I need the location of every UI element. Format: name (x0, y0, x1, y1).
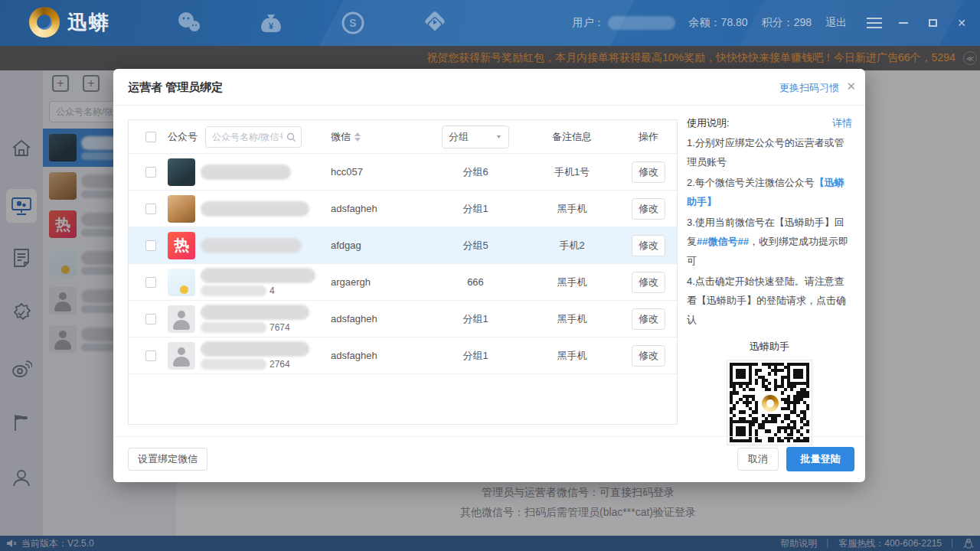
instruction-step: 4.点击确定开始快速登陆。请注意查看【迅蟒助手】的登陆请求，点击确认 (687, 272, 852, 329)
account-id-suffix: 4 (270, 285, 275, 296)
change-scan-habit-link[interactable]: 更换扫码习惯 (779, 81, 839, 95)
modify-button[interactable]: 修改 (632, 345, 665, 367)
table-row: 2764adsfagheh分组1黑手机修改 (129, 337, 677, 374)
account-name-redacted (201, 341, 309, 357)
wechat-id: hcc057 (331, 166, 429, 178)
close-window-button[interactable]: ✕ (954, 15, 969, 31)
group-filter-value: 分组 (449, 130, 469, 144)
row-checkbox[interactable] (145, 240, 156, 251)
title-bar: 迅蟒 ¥ S 用户： 余额：78.80 积分：298 退出 (0, 0, 980, 46)
batch-login-button[interactable]: 批量登陆 (786, 447, 854, 471)
menu-icon[interactable] (867, 18, 882, 28)
app-logo: 迅蟒 (29, 7, 110, 37)
group-name: 分组5 (429, 239, 522, 253)
instruction-step: 2.每个微信号关注微信公众号【迅蟒助手】 (687, 173, 852, 211)
wechat-id: adsfagheh (331, 203, 429, 214)
table-row: 7674adsfagheh分组1黑手机修改 (129, 301, 677, 337)
group-filter-select[interactable]: 分组 ▼ (442, 126, 509, 148)
account-name-redacted (201, 268, 315, 283)
instruction-step: 3.使用当前微信号在【迅蟒助手】回复##微信号##，收到绑定成功提示即可 (687, 213, 852, 270)
svg-text:S: S (349, 17, 356, 29)
set-bind-wechat-button[interactable]: 设置绑定微信 (128, 448, 207, 471)
select-all-checkbox[interactable] (145, 132, 156, 142)
note-text: 手机1号 (522, 165, 622, 179)
detail-link[interactable]: 详情 (832, 116, 852, 130)
account-name-redacted (201, 238, 302, 253)
wechat-id: adsfagheh (331, 350, 429, 361)
modal-footer: 设置绑定微信 取消 批量登陆 (113, 436, 865, 482)
logo-swirl-icon (29, 7, 60, 37)
row-checkbox[interactable] (145, 167, 156, 178)
note-text: 黑手机 (522, 312, 622, 326)
row-checkbox[interactable] (145, 204, 156, 214)
group-name: 分组1 (429, 349, 522, 363)
order-nav-icon[interactable]: S (340, 10, 366, 36)
note-text: 手机2 (522, 239, 622, 253)
modify-button[interactable]: 修改 (632, 161, 665, 183)
modify-button[interactable]: 修改 (632, 272, 665, 293)
balance-text: 余额：78.80 (689, 16, 748, 30)
modify-button[interactable]: 修改 (632, 198, 665, 220)
group-name: 分组6 (429, 165, 522, 179)
account-avatar (168, 342, 195, 370)
qr-caption: 迅蟒助手 (687, 340, 852, 354)
account-name-redacted (201, 201, 309, 217)
table-row: 4argaergh666黑手机修改 (129, 264, 677, 301)
user-name-redacted (608, 16, 675, 30)
search-icon (286, 132, 296, 142)
money-bag-nav-icon[interactable]: ¥ (258, 10, 284, 36)
column-account: 公众号 (168, 130, 198, 144)
group-name: 分组1 (429, 202, 522, 216)
account-avatar (168, 269, 195, 296)
table-row: adsfagheh分组1黑手机修改 (129, 191, 677, 227)
app-window: 迅蟒 ¥ S 用户： 余额：78.80 积分：298 退出 (0, 0, 980, 551)
note-text: 黑手机 (522, 202, 622, 216)
usage-instructions: 使用说明: 详情 1.分别对应绑定公众号的运营者或管理员账号2.每个微信号关注微… (687, 116, 852, 445)
accounts-table: 公众号 微信 分组 ▼ (128, 119, 678, 425)
table-header-row: 公众号 微信 分组 ▼ (129, 120, 677, 154)
instruction-step: 1.分别对应绑定公众号的运营者或管理员账号 (687, 133, 852, 171)
wechat-id: afdgag (331, 240, 429, 251)
account-avatar: 热 (168, 232, 195, 259)
cancel-button[interactable]: 取消 (737, 448, 779, 471)
user-label: 用户： (573, 16, 605, 30)
points-text: 积分：298 (762, 16, 812, 30)
row-checkbox[interactable] (145, 314, 156, 324)
row-checkbox[interactable] (145, 350, 156, 361)
account-name-redacted (201, 305, 309, 320)
account-avatar (168, 195, 195, 223)
account-name-redacted (201, 165, 291, 180)
column-action: 操作 (639, 130, 658, 144)
group-name: 666 (429, 276, 522, 288)
wechat-id: adsfagheh (331, 313, 429, 324)
account-id-suffix: 2764 (270, 359, 290, 370)
chevron-down-icon: ▼ (495, 134, 502, 140)
modify-button[interactable]: 修改 (632, 235, 665, 256)
wechat-id: argaergh (331, 276, 429, 288)
modify-button[interactable]: 修改 (632, 308, 665, 330)
table-row: 热afdgag分组5手机2修改 (129, 227, 677, 264)
card-nav-icon[interactable] (422, 10, 448, 36)
maximize-button[interactable] (925, 15, 940, 31)
row-checkbox[interactable] (145, 277, 156, 288)
assistant-qr-code (727, 360, 812, 445)
note-text: 黑手机 (522, 349, 622, 363)
qr-center-logo (760, 393, 781, 414)
sort-icon[interactable] (354, 132, 361, 142)
note-text: 黑手机 (522, 276, 622, 289)
column-note: 备注信息 (552, 131, 592, 142)
svg-text:¥: ¥ (269, 21, 274, 31)
account-id-suffix: 7674 (270, 322, 290, 333)
minimize-button[interactable] (896, 15, 911, 31)
account-avatar (168, 158, 195, 186)
modal-close-icon[interactable]: ✕ (846, 80, 856, 93)
group-name: 分组1 (429, 312, 522, 326)
table-row: hcc057分组6手机1号修改 (129, 154, 677, 191)
logout-button[interactable]: 退出 (825, 16, 847, 30)
wechat-nav-icon[interactable] (176, 10, 202, 36)
modal-header: 运营者 管理员绑定 更换扫码习惯 ✕ (113, 69, 865, 106)
modal-title: 运营者 管理员绑定 (128, 80, 223, 95)
app-name: 迅蟒 (67, 9, 110, 36)
account-avatar (168, 305, 195, 333)
bind-operator-modal: 运营者 管理员绑定 更换扫码习惯 ✕ 公众号 微信 (113, 69, 865, 482)
